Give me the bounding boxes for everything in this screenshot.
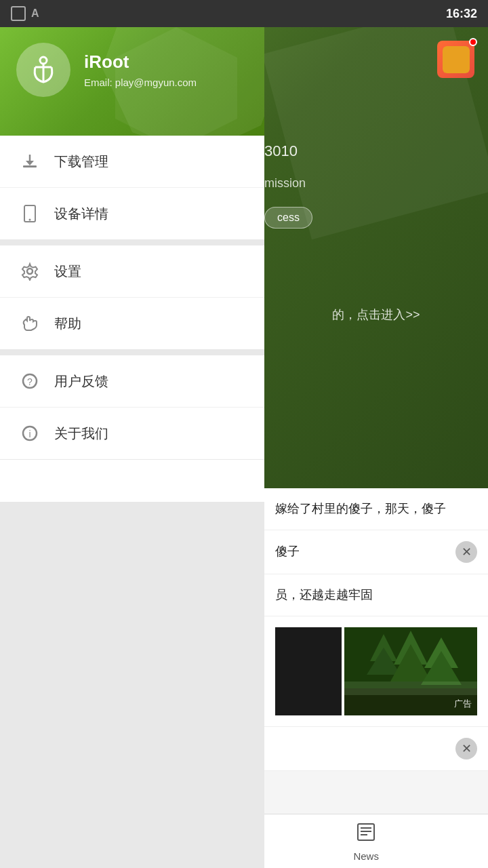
- menu-section-3: ? 用户反馈 i 关于我们: [0, 355, 264, 460]
- svg-text:i: i: [28, 429, 30, 439]
- drawer: iRoot Email: play@mgyun.com 下载管理: [0, 0, 264, 868]
- menu-section-2: 设置 帮助: [0, 245, 264, 350]
- status-bar-square-icon: [11, 6, 26, 21]
- content-area: 嫁给了村里的傻子，那天，傻子 傻子 ✕ 员，还越走越牢固: [264, 488, 488, 814]
- menu-label-settings: 设置: [54, 262, 81, 281]
- svg-rect-8: [344, 682, 477, 695]
- card-text-2: 傻子: [275, 542, 300, 561]
- menu-item-about[interactable]: i 关于我们: [0, 408, 264, 459]
- svg-rect-18: [23, 165, 37, 167]
- permission-mission: mission: [264, 176, 306, 191]
- svg-point-23: [27, 269, 33, 274]
- menu-divider-2: [0, 350, 264, 355]
- bg-hint-text: 的，点击进入>>: [264, 298, 488, 331]
- menu-label-about: 关于我们: [54, 425, 108, 443]
- permission-button[interactable]: cess: [264, 207, 312, 229]
- drawer-remainder: [0, 502, 264, 868]
- device-icon: [19, 203, 41, 224]
- menu-item-settings[interactable]: 设置: [0, 245, 264, 298]
- download-icon: [19, 151, 41, 172]
- image-row: 广告: [275, 627, 477, 715]
- status-bar: A 16:32: [0, 0, 488, 27]
- card-image-dark: [275, 627, 342, 715]
- badge-inner-icon: [443, 46, 470, 73]
- svg-point-22: [29, 219, 31, 221]
- status-bar-left: A: [11, 6, 39, 21]
- svg-point-15: [40, 57, 47, 64]
- drawer-email: Email: play@mgyun.com: [84, 77, 197, 88]
- menu-label-help: 帮助: [54, 315, 81, 333]
- permission-text: 3010: [264, 142, 298, 160]
- image-card: 广告: [264, 616, 488, 727]
- card-image-forest: 广告: [344, 627, 477, 715]
- content-card-1: 嫁给了村里的傻子，那天，傻子: [264, 488, 488, 530]
- ad-label: 广告: [454, 698, 472, 710]
- settings-icon: [19, 260, 41, 282]
- feedback-icon: ?: [19, 370, 41, 392]
- menu-item-download[interactable]: 下载管理: [0, 136, 264, 188]
- card-4-close-button[interactable]: ✕: [455, 738, 477, 760]
- drawer-username: iRoot: [84, 52, 197, 73]
- menu-divider-1: [0, 240, 264, 245]
- menu-label-device: 设备详情: [54, 205, 108, 223]
- card-text-3: 员，还越走越牢固: [275, 585, 477, 605]
- menu-item-device[interactable]: 设备详情: [0, 188, 264, 239]
- card-text-1: 嫁给了村里的傻子，那天，傻子: [275, 499, 477, 519]
- badge-icon[interactable]: [437, 41, 474, 78]
- svg-marker-20: [26, 161, 34, 165]
- status-bar-a-icon: A: [31, 7, 39, 20]
- menu-label-download: 下载管理: [54, 153, 108, 171]
- content-card-4: ✕: [264, 727, 488, 771]
- svg-text:?: ?: [27, 376, 33, 387]
- anchor-icon: [26, 52, 61, 87]
- status-bar-time: 16:32: [446, 7, 477, 21]
- menu-section-1: 下载管理 设备详情: [0, 136, 264, 240]
- content-card-3: 员，还越走越牢固: [264, 574, 488, 616]
- drawer-menu: 下载管理 设备详情: [0, 136, 264, 502]
- nav-item-news[interactable]: News: [326, 816, 406, 867]
- about-icon: i: [19, 422, 41, 444]
- menu-label-feedback: 用户反馈: [54, 372, 108, 391]
- scroll-content: 嫁给了村里的傻子，那天，傻子 傻子 ✕ 员，还越走越牢固: [264, 488, 488, 814]
- menu-item-feedback[interactable]: ? 用户反馈: [0, 355, 264, 408]
- menu-item-help[interactable]: 帮助: [0, 298, 264, 349]
- notification-badge[interactable]: [437, 41, 474, 78]
- content-card-2: 傻子 ✕: [264, 530, 488, 574]
- drawer-avatar: [16, 43, 70, 97]
- badge-dot: [469, 38, 477, 46]
- news-icon: [355, 821, 377, 848]
- drawer-user-info: iRoot Email: play@mgyun.com: [84, 52, 197, 88]
- help-icon: [19, 313, 41, 334]
- nav-news-label: News: [353, 850, 379, 862]
- card-2-close-button[interactable]: ✕: [455, 541, 477, 563]
